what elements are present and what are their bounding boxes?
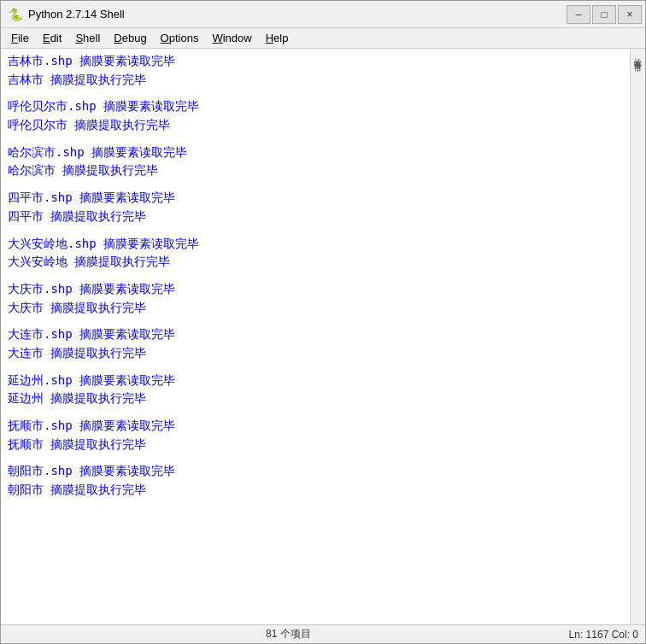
log-line: 朝阳市.shp 摘膜要素读取完毕 xyxy=(8,462,623,481)
log-line: 延边州 摘膜提取执行完毕 xyxy=(8,389,623,408)
window-title: Python 2.7.14 Shell xyxy=(28,8,125,20)
log-line: 大兴安岭地.shp 摘膜要素读取完毕 xyxy=(8,235,623,254)
menu-help[interactable]: Help xyxy=(259,30,296,46)
menu-edit[interactable]: Edit xyxy=(36,30,68,46)
log-group: 大庆市.shp 摘膜要素读取完毕大庆市 摘膜提取执行完毕 xyxy=(8,280,623,317)
content-area: 吉林市.shp 摘膜要素读取完毕吉林市 摘膜提取执行完毕呼伦贝尔市.shp 摘膜… xyxy=(1,49,645,624)
menu-bar: File Edit Shell Debug Options Window Hel… xyxy=(1,28,645,49)
log-line: 哈尔滨市 摘膜提取执行完毕 xyxy=(8,161,623,180)
menu-file[interactable]: File xyxy=(4,30,36,46)
menu-debug[interactable]: Debug xyxy=(107,30,153,46)
log-group: 延边州.shp 摘膜要素读取完毕延边州 摘膜提取执行完毕 xyxy=(8,372,623,408)
log-line: 四平市 摘膜提取执行完毕 xyxy=(8,208,623,226)
minimize-button[interactable]: – xyxy=(567,5,590,24)
menu-shell[interactable]: Shell xyxy=(68,30,107,46)
log-output[interactable]: 吉林市.shp 摘膜要素读取完毕吉林市 摘膜提取执行完毕呼伦贝尔市.shp 摘膜… xyxy=(1,49,630,624)
log-group: 大连市.shp 摘膜要素读取完毕大连市 摘膜提取执行完毕 xyxy=(8,325,623,362)
log-group: 吉林市.shp 摘膜要素读取完毕吉林市 摘膜提取执行完毕 xyxy=(8,52,623,89)
title-bar-left: 🐍 Python 2.7.14 Shell xyxy=(8,7,125,22)
log-line: 延边州.shp 摘膜要素读取完毕 xyxy=(8,372,623,390)
log-line: 吉林市.shp 摘膜要素读取完毕 xyxy=(8,52,623,71)
log-group: 抚顺市.shp 摘膜要素读取完毕抚顺市 摘膜提取执行完毕 xyxy=(8,417,623,454)
status-bar: 81 个项目 Ln: 1167 Col: 0 xyxy=(1,624,645,643)
log-line: 哈尔滨市.shp 摘膜要素读取完毕 xyxy=(8,143,623,162)
maximize-button[interactable]: □ xyxy=(592,5,616,24)
menu-options[interactable]: Options xyxy=(154,30,206,46)
menu-window[interactable]: Window xyxy=(205,30,258,46)
log-group: 四平市.shp 摘膜要素读取完毕四平市 摘膜提取执行完毕 xyxy=(8,189,623,225)
log-line: 呼伦贝尔市 摘膜提取执行完毕 xyxy=(8,116,623,135)
log-group: 大兴安岭地.shp 摘膜要素读取完毕大兴安岭地 摘膜提取执行完毕 xyxy=(8,235,623,272)
main-window: 🐍 Python 2.7.14 Shell – □ × File Edit Sh… xyxy=(0,0,646,644)
log-line: 大兴安岭地 摘膜提取执行完毕 xyxy=(8,253,623,272)
log-group: 呼伦贝尔市.shp 摘膜要素读取完毕呼伦贝尔市 摘膜提取执行完毕 xyxy=(8,97,623,134)
log-group: 朝阳市.shp 摘膜要素读取完毕朝阳市 摘膜提取执行完毕 xyxy=(8,462,623,499)
log-line: 大连市.shp 摘膜要素读取完毕 xyxy=(8,325,623,344)
log-line: 大庆市 摘膜提取执行完毕 xyxy=(8,299,623,318)
log-line: 四平市.shp 摘膜要素读取完毕 xyxy=(8,189,623,208)
close-button[interactable]: × xyxy=(618,5,642,24)
status-item-count: 81 个项目 xyxy=(266,627,311,641)
log-line: 朝阳市 摘膜提取执行完毕 xyxy=(8,481,623,500)
status-cursor-position: Ln: 1167 Col: 0 xyxy=(569,629,638,641)
title-bar: 🐍 Python 2.7.14 Shell – □ × xyxy=(1,1,645,28)
log-line: 呼伦贝尔市.shp 摘膜要素读取完毕 xyxy=(8,97,623,116)
log-line: 大连市 摘膜提取执行完毕 xyxy=(8,344,623,363)
log-line: 吉林市 摘膜提取执行完毕 xyxy=(8,71,623,90)
log-group: 哈尔滨市.shp 摘膜要素读取完毕哈尔滨市 摘膜提取执行完毕 xyxy=(8,143,623,180)
log-line: 大庆市.shp 摘膜要素读取完毕 xyxy=(8,280,623,299)
log-line: 抚顺市.shp 摘膜要素读取完毕 xyxy=(8,417,623,436)
app-icon: 🐍 xyxy=(8,7,23,22)
log-line: 抚顺市 摘膜提取执行完毕 xyxy=(8,436,623,454)
title-controls: – □ × xyxy=(567,5,642,24)
right-sidebar: 岭 市 分 市 xyxy=(630,49,645,624)
